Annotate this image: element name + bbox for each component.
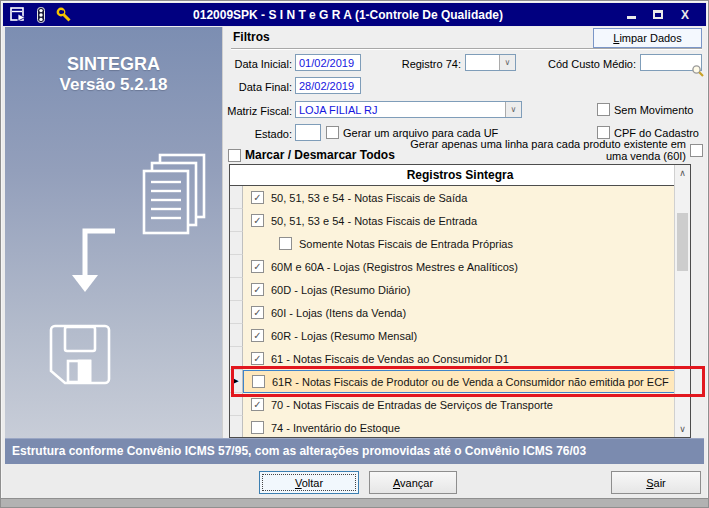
row-label: 60I - Lojas (Itens da Venda) — [271, 307, 406, 319]
data-inicial-input[interactable] — [295, 54, 361, 71]
avancar-button[interactable]: Avançar — [369, 471, 457, 494]
checkbox-box[interactable] — [326, 126, 339, 139]
title-bar-icons — [3, 7, 72, 23]
grid-row[interactable]: ✓50, 51, 53 e 54 - Notas Fiscais de Saíd… — [230, 186, 690, 209]
filters-panel: Filtros Limpar Dados Data Inicial: Regis… — [223, 27, 706, 438]
form-icon[interactable] — [10, 7, 26, 22]
estado-input[interactable] — [295, 124, 321, 141]
wrench-icon[interactable] — [56, 7, 72, 23]
maximize-icon — [653, 10, 663, 19]
row-label: 60D - Lojas (Resumo Diário) — [271, 284, 410, 296]
checkbox-box[interactable] — [690, 144, 703, 157]
registro-74-label: Registro 74: — [378, 58, 461, 70]
checkbox-box[interactable] — [597, 103, 610, 116]
row-checkbox[interactable]: ✓ — [251, 214, 264, 227]
status-bar: Estrutura conforme Convênio ICMS 57/95, … — [5, 438, 704, 464]
grid-row[interactable]: ✓50, 51, 53 e 54 - Notas Fiscais de Entr… — [230, 209, 690, 232]
row-gutter — [230, 255, 243, 278]
grid-row[interactable]: ▶61R - Notas Fiscais de Produtor ou de V… — [230, 370, 690, 393]
registros-grid: Registros Sintegra ✓50, 51, 53 e 54 - No… — [229, 164, 691, 438]
scroll-down-icon[interactable]: ∨ — [675, 421, 690, 437]
close-button[interactable]: X — [678, 8, 692, 22]
row-label: 60M e 60A - Lojas (Registros Mestres e A… — [271, 261, 518, 273]
sair-button[interactable]: Sair — [611, 471, 701, 494]
gerar-arquivo-uf-label: Gerar um arquivo para cada UF — [343, 127, 498, 139]
grid-row[interactable]: ✓61 - Notas Fiscais de Vendas ao Consumi… — [230, 347, 690, 370]
vertical-scrollbar[interactable]: ∧ ∨ — [674, 165, 690, 437]
grid-row[interactable]: ✓60D - Lojas (Resumo Diário) — [230, 278, 690, 301]
row-label: 70 - Notas Fiscais de Entradas de Serviç… — [271, 399, 553, 411]
row-checkbox[interactable]: ✓ — [251, 283, 264, 296]
row-checkbox[interactable]: ✓ — [251, 398, 264, 411]
row-checkbox[interactable]: ✓ — [251, 352, 264, 365]
limpar-dados-button[interactable]: Limpar Dados — [593, 28, 702, 48]
linha-unica-60i-label: Gerar apenas uma linha para cada produto… — [402, 139, 686, 163]
window-bottom-edge — [1, 498, 708, 508]
app-window: 012009SPK - S I N T e G R A (1-Controle … — [0, 0, 709, 508]
checkbox-box[interactable] — [228, 149, 241, 162]
chevron-down-icon[interactable] — [505, 102, 521, 117]
sidebar-illustration — [5, 27, 223, 438]
grid-row[interactable]: ✓60I - Lojas (Itens da Venda) — [230, 301, 690, 324]
sidebar: SINTEGRA Versão 5.2.18 — [5, 27, 223, 438]
maximize-button[interactable] — [651, 8, 665, 22]
row-gutter — [230, 347, 243, 370]
matriz-fiscal-select[interactable]: LOJA FILIAL RJ — [295, 101, 522, 118]
row-gutter — [230, 186, 243, 209]
row-label: 61 - Notas Fiscais de Vendas ao Consumid… — [271, 353, 509, 365]
row-gutter — [230, 209, 243, 232]
window-title: 012009SPK - S I N T e G R A (1-Controle … — [72, 8, 624, 22]
grid-row[interactable]: 74 - Inventário do Estoque — [230, 416, 690, 438]
traffic-light-icon[interactable] — [33, 7, 49, 23]
estado-label: Estado: — [223, 128, 292, 140]
minimize-button[interactable] — [624, 8, 638, 22]
window-controls: X — [624, 8, 706, 22]
row-gutter — [230, 232, 243, 255]
cod-custo-medio-label: Cód Custo Médio: — [518, 58, 636, 70]
chevron-down-icon[interactable] — [499, 55, 515, 70]
title-bar: 012009SPK - S I N T e G R A (1-Controle … — [3, 3, 706, 26]
minimize-icon — [627, 16, 636, 19]
data-final-input[interactable] — [295, 77, 361, 94]
marcar-desmarcar-todos-label: Marcar / Desmarcar Todos — [245, 148, 395, 162]
floppy-disk-icon — [51, 326, 109, 383]
scrollbar-thumb[interactable] — [677, 213, 688, 271]
cpf-do-cadastro-label: CPF do Cadastro — [614, 127, 699, 139]
grid-row[interactable]: ✓70 - Notas Fiscais de Entradas de Servi… — [230, 393, 690, 416]
grid-row[interactable]: ✓60M e 60A - Lojas (Registros Mestres e … — [230, 255, 690, 278]
row-gutter — [230, 301, 243, 324]
matriz-fiscal-label: Matriz Fiscal: — [223, 105, 292, 117]
row-checkbox[interactable] — [251, 421, 264, 434]
linha-unica-60i-checkbox[interactable]: Gerar apenas uma linha para cada produto… — [402, 139, 703, 163]
row-checkbox[interactable]: ✓ — [251, 306, 264, 319]
sem-movimento-checkbox[interactable]: Sem Movimento — [597, 103, 693, 116]
down-arrow-icon — [72, 231, 115, 292]
row-gutter — [230, 393, 243, 416]
voltar-button[interactable]: Voltar — [259, 471, 359, 494]
grid-header: Registros Sintegra — [230, 165, 690, 186]
row-gutter — [230, 278, 243, 301]
row-label: 50, 51, 53 e 54 - Notas Fiscais de Saída — [271, 192, 467, 204]
row-checkbox[interactable] — [252, 375, 265, 388]
sem-movimento-label: Sem Movimento — [614, 104, 693, 116]
scroll-up-icon[interactable]: ∧ — [675, 165, 690, 181]
documents-stack-icon — [144, 155, 204, 233]
grid-rows: ✓50, 51, 53 e 54 - Notas Fiscais de Saíd… — [230, 186, 690, 438]
grid-row[interactable]: ✓60R - Lojas (Resumo Mensal) — [230, 324, 690, 347]
magnifier-icon[interactable] — [691, 64, 704, 77]
data-inicial-label: Data Inicial: — [223, 58, 292, 70]
row-checkbox[interactable]: ✓ — [251, 191, 264, 204]
row-checkbox[interactable]: ✓ — [251, 329, 264, 342]
row-label: 74 - Inventário do Estoque — [271, 422, 400, 434]
section-divider — [231, 48, 702, 50]
registro-74-select[interactable] — [465, 54, 516, 71]
grid-row[interactable]: Somente Notas Fiscais de Entrada Própria… — [230, 232, 690, 255]
row-checkbox[interactable] — [279, 237, 292, 250]
row-label: 61R - Notas Fiscais de Produtor ou de Ve… — [272, 376, 669, 388]
marcar-desmarcar-todos-checkbox[interactable]: Marcar / Desmarcar Todos — [228, 148, 395, 162]
current-row-marker: ▶ — [230, 370, 243, 393]
row-checkbox[interactable]: ✓ — [251, 260, 264, 273]
row-label: Somente Notas Fiscais de Entrada Própria… — [299, 238, 513, 250]
row-label: 60R - Lojas (Resumo Mensal) — [271, 330, 417, 342]
row-label: 50, 51, 53 e 54 - Notas Fiscais de Entra… — [271, 215, 477, 227]
